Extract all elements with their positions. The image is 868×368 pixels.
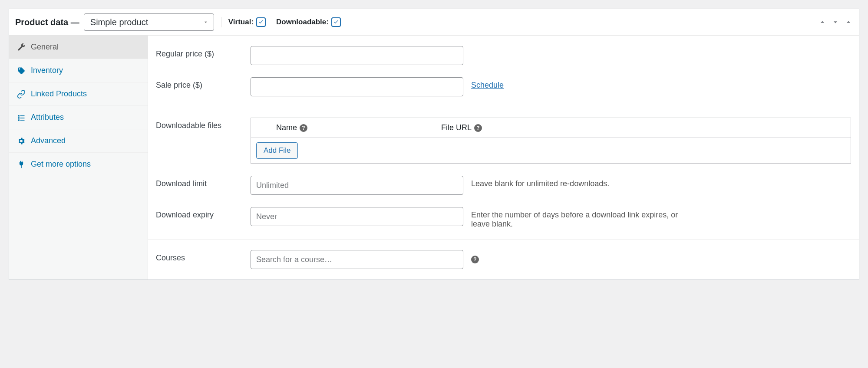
downloads-section: Downloadable files Name ? File URL ? bbox=[148, 107, 859, 240]
files-col-url: File URL ? bbox=[433, 118, 851, 138]
row-regular-price: Regular price ($) bbox=[148, 40, 859, 71]
download-expiry-input[interactable] bbox=[251, 207, 463, 226]
sale-price-input[interactable] bbox=[251, 77, 463, 96]
tab-label: Attributes bbox=[31, 113, 64, 122]
courses-label: Courses bbox=[156, 250, 243, 263]
downloadable-files-table: Name ? File URL ? Add File bbox=[251, 118, 851, 164]
product-type-select-wrap: Simple product bbox=[84, 13, 214, 31]
files-col-drag bbox=[251, 118, 268, 138]
download-expiry-label: Download expiry bbox=[156, 207, 243, 220]
download-limit-input[interactable] bbox=[251, 176, 463, 195]
plug-icon bbox=[17, 160, 26, 169]
schedule-link[interactable]: Schedule bbox=[471, 77, 504, 90]
tab-get-more-options[interactable]: Get more options bbox=[9, 153, 148, 176]
files-table-head: Name ? File URL ? bbox=[251, 118, 851, 138]
files-col-name: Name ? bbox=[268, 118, 433, 138]
panel-title: Product data — bbox=[15, 17, 79, 27]
tab-advanced[interactable]: Advanced bbox=[9, 129, 148, 153]
sidebar: General Inventory Linked Products Attrib… bbox=[9, 36, 148, 279]
courses-search-input[interactable] bbox=[251, 250, 463, 269]
help-icon[interactable]: ? bbox=[300, 124, 307, 132]
row-download-limit: Download limit Leave blank for unlimited… bbox=[148, 170, 859, 201]
move-up-icon[interactable] bbox=[818, 18, 827, 26]
move-down-icon[interactable] bbox=[831, 18, 840, 26]
divider bbox=[221, 17, 221, 27]
help-icon[interactable]: ? bbox=[474, 124, 482, 132]
tab-linked-products[interactable]: Linked Products bbox=[9, 82, 148, 106]
row-downloadable-files: Downloadable files Name ? File URL ? bbox=[148, 112, 859, 170]
wrench-icon bbox=[17, 43, 26, 52]
product-type-select[interactable]: Simple product bbox=[84, 13, 214, 31]
tab-label: Advanced bbox=[31, 136, 66, 145]
regular-price-label: Regular price ($) bbox=[156, 46, 243, 59]
virtual-label: Virtual: bbox=[228, 18, 254, 26]
toggle-panel-icon[interactable] bbox=[844, 18, 853, 26]
tab-label: Linked Products bbox=[31, 89, 87, 99]
files-table-foot: Add File bbox=[251, 138, 851, 163]
tab-label: Get more options bbox=[31, 160, 91, 169]
downloadable-label: Downloadable: bbox=[276, 18, 329, 26]
download-limit-hint: Leave blank for unlimited re-downloads. bbox=[471, 176, 609, 188]
row-download-expiry: Download expiry Enter the number of days… bbox=[148, 201, 859, 235]
add-file-button[interactable]: Add File bbox=[256, 142, 298, 159]
download-limit-label: Download limit bbox=[156, 176, 243, 188]
tab-attributes[interactable]: Attributes bbox=[9, 106, 148, 129]
sale-price-label: Sale price ($) bbox=[156, 77, 243, 90]
tag-icon bbox=[17, 66, 26, 75]
gear-icon bbox=[17, 137, 26, 145]
virtual-checkbox[interactable] bbox=[256, 17, 266, 27]
pricing-section: Regular price ($) Sale price ($) Schedul… bbox=[148, 36, 859, 107]
regular-price-input[interactable] bbox=[251, 46, 463, 65]
tab-label: Inventory bbox=[31, 66, 63, 75]
tab-general[interactable]: General bbox=[9, 36, 148, 59]
product-data-panel: Product data — Simple product Virtual: D… bbox=[9, 9, 859, 280]
panel-body: General Inventory Linked Products Attrib… bbox=[9, 36, 859, 279]
tab-content-general: Regular price ($) Sale price ($) Schedul… bbox=[148, 36, 859, 279]
link-icon bbox=[17, 90, 26, 99]
list-icon bbox=[17, 113, 26, 122]
courses-section: Courses ? bbox=[148, 240, 859, 279]
downloadable-checkbox[interactable] bbox=[331, 17, 341, 27]
panel-header: Product data — Simple product Virtual: D… bbox=[9, 9, 859, 36]
download-expiry-hint: Enter the number of days before a downlo… bbox=[471, 207, 688, 229]
panel-header-actions bbox=[818, 18, 853, 26]
downloadable-files-label: Downloadable files bbox=[156, 118, 243, 130]
downloadable-checkbox-group[interactable]: Downloadable: bbox=[276, 17, 341, 27]
tab-label: General bbox=[31, 43, 59, 52]
row-sale-price: Sale price ($) Schedule bbox=[148, 71, 859, 102]
tab-inventory[interactable]: Inventory bbox=[9, 59, 148, 82]
row-courses: Courses ? bbox=[148, 244, 859, 275]
help-icon[interactable]: ? bbox=[471, 256, 479, 263]
virtual-checkbox-group[interactable]: Virtual: bbox=[228, 17, 266, 27]
